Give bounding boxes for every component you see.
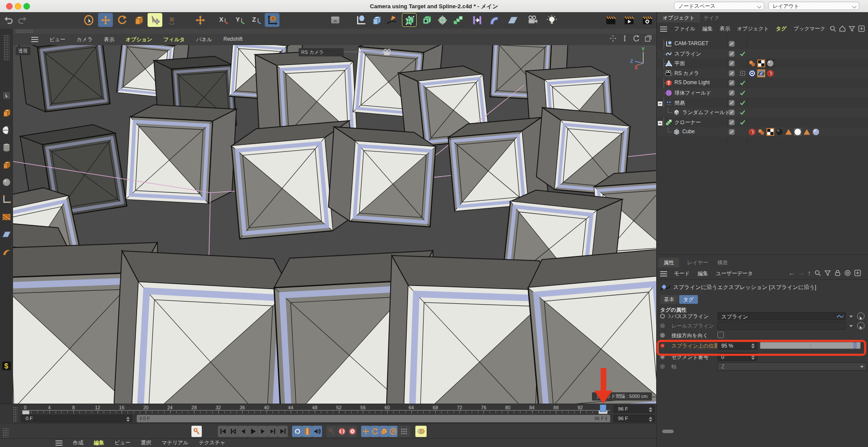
- segment-value-field[interactable]: 0: [717, 353, 757, 361]
- tree-item-平面[interactable]: 平面: [657, 59, 868, 68]
- prev-frame-button[interactable]: [238, 426, 248, 437]
- sphere-tool[interactable]: [0, 176, 13, 188]
- tag-mat-dark-icon[interactable]: [776, 128, 783, 136]
- panel-resize-handle[interactable]: [662, 430, 674, 433]
- animation-dot[interactable]: [660, 343, 665, 348]
- blue-plane-tool[interactable]: [0, 228, 13, 240]
- rotate-view-icon[interactable]: [633, 35, 640, 42]
- menu-item-ユーザーデータ[interactable]: ユーザーデータ: [716, 270, 753, 277]
- link-dropdown-chevron[interactable]: [849, 325, 853, 327]
- enabled-check-icon[interactable]: [740, 80, 746, 86]
- tag-triangle-icon[interactable]: [803, 128, 811, 136]
- range-start-field[interactable]: 0 F: [21, 415, 132, 422]
- stepper-arrows[interactable]: [751, 343, 755, 348]
- tag-redshift-icon[interactable]: [748, 128, 756, 136]
- cube-primitive-button[interactable]: [369, 13, 384, 27]
- goto-start-button[interactable]: [218, 426, 228, 437]
- record-keyframe-button[interactable]: [191, 426, 202, 437]
- play-button[interactable]: [248, 426, 258, 437]
- back-arrow-icon[interactable]: ←: [789, 269, 795, 276]
- subtab-basic[interactable]: 基本: [660, 295, 678, 304]
- visibility-pencil-toggle[interactable]: [729, 90, 735, 96]
- menu-item-パネル[interactable]: パネル: [196, 36, 212, 43]
- projection-badge[interactable]: 透視: [16, 47, 30, 55]
- animation-dot[interactable]: [660, 333, 665, 338]
- home-icon[interactable]: [839, 25, 846, 32]
- link-dropdown-chevron[interactable]: [849, 316, 853, 318]
- volume-object-button[interactable]: [435, 13, 450, 27]
- maximize-view-icon[interactable]: [644, 35, 652, 42]
- menu-item-ファイル[interactable]: ファイル: [674, 25, 695, 33]
- range-end-field[interactable]: 96 F: [613, 415, 655, 422]
- enabled-check-icon[interactable]: [740, 90, 746, 96]
- tab-attributes[interactable]: 属性: [658, 258, 679, 267]
- hatch-array-tool[interactable]: [0, 211, 13, 223]
- timeline-ruler[interactable]: 0481216202428323640444852566064687276808…: [0, 404, 612, 414]
- render-view-button[interactable]: [328, 13, 342, 27]
- menu-item-オプション[interactable]: オプション: [125, 36, 152, 43]
- animation-dot[interactable]: [660, 323, 665, 328]
- palette-grip[interactable]: [3, 35, 10, 61]
- visibility-pencil-toggle[interactable]: [729, 109, 735, 115]
- lock-icon[interactable]: [834, 270, 841, 276]
- playhead[interactable]: [600, 404, 606, 412]
- enabled-check-icon[interactable]: [740, 119, 746, 125]
- up-arrow-icon[interactable]: ↑: [808, 269, 811, 276]
- stepper-arrows[interactable]: [751, 355, 755, 360]
- menu-item-編集[interactable]: 編集: [702, 25, 713, 33]
- max-frame-field[interactable]: 96 F: [613, 405, 655, 413]
- menu-item-編集[interactable]: 編集: [94, 439, 104, 447]
- layout-dropdown[interactable]: レイアウト: [768, 2, 859, 10]
- stepper-arrows[interactable]: [649, 407, 653, 412]
- dolly-view-icon[interactable]: [621, 35, 628, 42]
- menu-item-ブックマーク[interactable]: ブックマーク: [793, 25, 825, 33]
- position-slider-handle[interactable]: [854, 342, 856, 348]
- prev-key-button[interactable]: [228, 426, 238, 437]
- tree-item-簡易[interactable]: 簡易: [657, 98, 868, 108]
- tree-item-RS Dome Light[interactable]: RS Dome Light: [657, 78, 868, 88]
- search-icon[interactable]: [814, 270, 821, 276]
- dollar-badge[interactable]: $: [0, 360, 13, 372]
- goto-end-button[interactable]: [278, 426, 288, 437]
- checkbox[interactable]: [717, 332, 724, 338]
- menu-item-表示[interactable]: 表示: [720, 25, 730, 33]
- add-icon[interactable]: [858, 25, 865, 32]
- enabled-check-icon[interactable]: [740, 109, 746, 115]
- hamburger-icon[interactable]: [660, 271, 667, 276]
- bottom-left-grip[interactable]: [3, 428, 9, 437]
- preview-range-button[interactable]: [302, 426, 312, 437]
- redo-button[interactable]: [16, 13, 29, 27]
- visibility-pencil-toggle[interactable]: [729, 100, 735, 106]
- spline-tool-button[interactable]: [354, 13, 368, 27]
- x-axis-lock-button[interactable]: X: [216, 13, 231, 27]
- subdivision-surface-button[interactable]: [402, 13, 417, 27]
- tree-item-クローナー[interactable]: クローナー: [657, 118, 868, 127]
- render-picture-viewer-button[interactable]: [621, 13, 636, 27]
- active-camera-icon[interactable]: [740, 70, 746, 76]
- tag-phong-icon[interactable]: [757, 128, 765, 136]
- next-frame-button[interactable]: [258, 426, 268, 437]
- visibility-pencil-toggle[interactable]: [729, 70, 735, 76]
- bend-deformer-button[interactable]: [486, 13, 501, 27]
- move-tool-button[interactable]: [98, 13, 113, 27]
- pointer-box-tool[interactable]: [0, 89, 13, 102]
- next-key-button[interactable]: [268, 426, 278, 437]
- render-settings-button[interactable]: [640, 13, 654, 27]
- array-object-button[interactable]: [470, 13, 484, 27]
- tag-mat-gray-icon[interactable]: [766, 59, 774, 67]
- menu-item-編集[interactable]: 編集: [698, 270, 708, 277]
- corner-spline-tool[interactable]: [0, 194, 13, 206]
- stepper-arrows[interactable]: [649, 417, 653, 422]
- animation-dot[interactable]: [660, 364, 665, 369]
- tab-objects[interactable]: オブジェクト: [658, 13, 700, 23]
- menu-item-Redshift[interactable]: Redshift: [224, 36, 243, 43]
- cursor-move-tool-button[interactable]: [148, 13, 162, 27]
- tag-align-spline-icon[interactable]: [757, 69, 765, 77]
- tag-mat-blue-icon[interactable]: [812, 128, 820, 136]
- keying-settings-button[interactable]: [347, 426, 357, 437]
- menu-item-モード[interactable]: モード: [674, 270, 690, 277]
- tag-phong-icon[interactable]: [748, 59, 756, 67]
- loop-playback-button[interactable]: [292, 426, 302, 437]
- checker-material-tool[interactable]: [0, 124, 13, 136]
- orange-block-tool[interactable]: [0, 159, 13, 171]
